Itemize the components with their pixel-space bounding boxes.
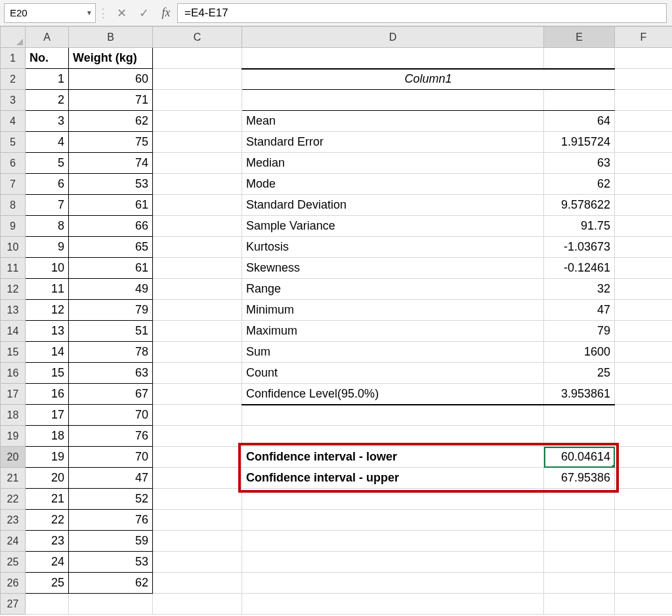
stat-label[interactable]: Sum bbox=[242, 342, 544, 363]
cell-weight[interactable]: 75 bbox=[69, 132, 153, 153]
cell[interactable] bbox=[153, 111, 242, 132]
row-header[interactable]: 22 bbox=[1, 489, 26, 510]
row-header[interactable]: 11 bbox=[1, 258, 26, 279]
cell[interactable] bbox=[544, 489, 615, 510]
cell-weight[interactable]: 71 bbox=[69, 90, 153, 111]
cell[interactable] bbox=[615, 153, 673, 174]
cell[interactable] bbox=[153, 363, 242, 384]
cell-no[interactable]: 1 bbox=[26, 69, 69, 90]
row-header[interactable]: 25 bbox=[1, 552, 26, 573]
cell[interactable] bbox=[615, 342, 673, 363]
ci-upper-label[interactable]: Confidence interval - upper bbox=[242, 468, 544, 489]
header-no[interactable]: No. bbox=[26, 48, 69, 69]
cell-no[interactable]: 23 bbox=[26, 531, 69, 552]
dropdown-icon[interactable]: ▼ bbox=[86, 9, 93, 16]
cell[interactable] bbox=[153, 48, 242, 69]
cell[interactable] bbox=[242, 510, 544, 531]
cell-no[interactable]: 18 bbox=[26, 426, 69, 447]
cell[interactable] bbox=[544, 426, 615, 447]
cell[interactable] bbox=[153, 384, 242, 405]
cell[interactable] bbox=[153, 594, 242, 615]
stat-value[interactable]: 9.578622 bbox=[544, 195, 615, 216]
row-header[interactable]: 14 bbox=[1, 321, 26, 342]
col-header-a[interactable]: A bbox=[26, 27, 69, 48]
cell[interactable] bbox=[615, 195, 673, 216]
cell[interactable] bbox=[544, 594, 615, 615]
cell-weight[interactable]: 59 bbox=[69, 531, 153, 552]
row-header[interactable]: 2 bbox=[1, 69, 26, 90]
cell-weight[interactable]: 70 bbox=[69, 405, 153, 426]
cell[interactable] bbox=[153, 489, 242, 510]
cell[interactable] bbox=[153, 195, 242, 216]
cell-weight[interactable]: 65 bbox=[69, 237, 153, 258]
cell-no[interactable]: 19 bbox=[26, 447, 69, 468]
cell[interactable] bbox=[615, 510, 673, 531]
cell[interactable] bbox=[153, 342, 242, 363]
cell-weight[interactable]: 52 bbox=[69, 489, 153, 510]
cell[interactable] bbox=[615, 237, 673, 258]
row-header[interactable]: 1 bbox=[1, 48, 26, 69]
cell[interactable] bbox=[26, 594, 69, 615]
row-header[interactable]: 10 bbox=[1, 237, 26, 258]
cell[interactable] bbox=[615, 132, 673, 153]
cell-no[interactable]: 6 bbox=[26, 174, 69, 195]
cell-no[interactable]: 4 bbox=[26, 132, 69, 153]
cell[interactable] bbox=[242, 405, 544, 426]
stat-label[interactable]: Confidence Level(95.0%) bbox=[242, 384, 544, 405]
cell[interactable] bbox=[615, 573, 673, 594]
cell-weight[interactable]: 74 bbox=[69, 153, 153, 174]
col-header-e[interactable]: E bbox=[544, 27, 615, 48]
cell-weight[interactable]: 62 bbox=[69, 111, 153, 132]
cell[interactable] bbox=[153, 132, 242, 153]
cell[interactable] bbox=[615, 552, 673, 573]
col-header-b[interactable]: B bbox=[69, 27, 153, 48]
cell-no[interactable]: 2 bbox=[26, 90, 69, 111]
stat-value[interactable]: 47 bbox=[544, 300, 615, 321]
cell[interactable] bbox=[242, 573, 544, 594]
cell-weight[interactable]: 78 bbox=[69, 342, 153, 363]
cell[interactable] bbox=[615, 405, 673, 426]
cell[interactable] bbox=[615, 111, 673, 132]
cell[interactable] bbox=[153, 216, 242, 237]
cell-weight[interactable]: 79 bbox=[69, 300, 153, 321]
cell[interactable] bbox=[153, 321, 242, 342]
cell[interactable] bbox=[615, 300, 673, 321]
col-header-f[interactable]: F bbox=[615, 27, 673, 48]
stat-value[interactable]: 3.953861 bbox=[544, 384, 615, 405]
row-header[interactable]: 3 bbox=[1, 90, 26, 111]
cell[interactable] bbox=[153, 153, 242, 174]
stat-value[interactable]: 91.75 bbox=[544, 216, 615, 237]
cell-weight[interactable]: 62 bbox=[69, 573, 153, 594]
cell[interactable] bbox=[544, 405, 615, 426]
cell[interactable] bbox=[544, 48, 615, 69]
cell[interactable] bbox=[242, 426, 544, 447]
stat-value[interactable]: 32 bbox=[544, 279, 615, 300]
stat-value[interactable]: -1.03673 bbox=[544, 237, 615, 258]
cell[interactable] bbox=[242, 48, 544, 69]
cell[interactable] bbox=[615, 279, 673, 300]
stat-value[interactable]: 62 bbox=[544, 174, 615, 195]
row-header[interactable]: 26 bbox=[1, 573, 26, 594]
cell[interactable] bbox=[615, 363, 673, 384]
cell-weight[interactable]: 76 bbox=[69, 426, 153, 447]
cell-no[interactable]: 22 bbox=[26, 510, 69, 531]
cell-no[interactable]: 20 bbox=[26, 468, 69, 489]
row-header[interactable]: 27 bbox=[1, 594, 26, 615]
cell[interactable] bbox=[153, 447, 242, 468]
cell-no[interactable]: 3 bbox=[26, 111, 69, 132]
cell-no[interactable]: 11 bbox=[26, 279, 69, 300]
header-weight[interactable]: Weight (kg) bbox=[69, 48, 153, 69]
cell[interactable] bbox=[153, 426, 242, 447]
row-header[interactable]: 8 bbox=[1, 195, 26, 216]
cell-weight[interactable]: 60 bbox=[69, 69, 153, 90]
cell[interactable] bbox=[615, 48, 673, 69]
cell-no[interactable]: 8 bbox=[26, 216, 69, 237]
row-header[interactable]: 21 bbox=[1, 468, 26, 489]
row-header[interactable]: 12 bbox=[1, 279, 26, 300]
insert-function-button[interactable]: fx bbox=[155, 3, 177, 23]
row-header[interactable]: 20 bbox=[1, 447, 26, 468]
row-header[interactable]: 5 bbox=[1, 132, 26, 153]
cell[interactable] bbox=[153, 174, 242, 195]
cell[interactable] bbox=[242, 531, 544, 552]
row-header[interactable]: 19 bbox=[1, 426, 26, 447]
